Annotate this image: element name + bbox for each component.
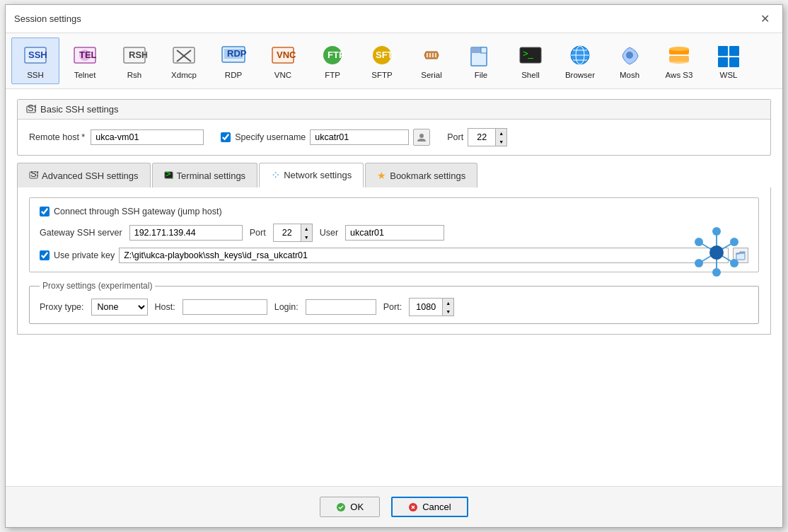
remote-host-input[interactable] [91,129,204,145]
cancel-icon [408,502,418,512]
terminal-tab-icon: >_ [164,171,173,180]
rsh-label: Rsh [127,71,141,79]
port-down-button[interactable]: ▼ [495,137,506,146]
toolbar-item-awss3[interactable]: Aws S3 [655,37,703,84]
svg-rect-27 [481,47,487,53]
toolbar-item-rdp[interactable]: RDP RDP [209,37,257,84]
toolbar-item-telnet[interactable]: TEL Telnet [61,37,109,84]
proxy-port-spin: ▲ ▼ [409,298,454,316]
serial-label: Serial [421,71,441,79]
tab-network[interactable]: ⁘ Network settings [259,163,364,187]
proxy-type-select[interactable]: None HTTP SOCKS4 SOCKS5 [91,299,148,316]
ok-button[interactable]: OK [320,497,380,517]
gateway-user-input[interactable] [345,225,444,241]
proxy-login-input[interactable] [306,299,376,315]
gateway-user-label: User [320,228,338,238]
remote-host-label: Remote host * [29,132,85,142]
toolbar-item-xdmcp[interactable]: Xdmcp [160,37,208,84]
svg-point-64 [709,245,724,260]
proxy-type-label: Proxy type: [40,302,84,312]
rdp-icon: RDP [219,42,248,69]
gateway-port-spin: ▲ ▼ [273,224,313,242]
gateway-port-down-button[interactable]: ▼ [301,233,312,241]
proxy-host-input[interactable] [182,299,267,315]
session-settings-dialog: Session settings ✕ SSH SSH TEL [5,4,783,528]
username-input[interactable] [310,129,409,145]
toolbar-item-serial[interactable]: Serial [407,37,456,84]
close-button[interactable]: ✕ [756,11,774,27]
network-visual [688,224,745,283]
ssh-label: SSH [27,71,44,79]
proxy-port-input[interactable] [410,299,442,316]
svg-rect-42 [718,57,728,67]
svg-point-35 [626,52,633,59]
tab-terminal[interactable]: >_ Terminal settings [152,163,258,187]
basic-ssh-title: SSH Basic SSH settings [18,100,770,120]
specify-username-checkbox[interactable] [221,132,231,142]
svg-rect-41 [729,46,739,56]
proxy-login-label: Login: [274,302,299,312]
private-key-checkbox[interactable] [40,250,50,260]
svg-text:VNC: VNC [277,50,296,60]
port-up-button[interactable]: ▲ [495,129,506,137]
username-browse-button[interactable] [413,129,430,146]
rsh-icon: RSH [120,42,149,69]
sftp-label: SFTP [371,71,392,79]
ftp-label: FTP [325,71,340,79]
tab-bookmark[interactable]: ★ Bookmark settings [365,163,477,187]
wsl-icon [714,42,743,69]
proxy-container: Proxy settings (experimental) Proxy type… [29,281,759,324]
toolbar-item-sftp[interactable]: SFTP SFTP [358,37,406,84]
svg-point-62 [695,259,703,267]
bookmark-tab-icon: ★ [377,170,386,181]
svg-text:>_: >_ [166,171,173,179]
port-spin-buttons: ▲ ▼ [495,129,506,146]
private-key-label: Use private key [54,250,115,260]
svg-point-59 [730,238,738,246]
file-label: File [475,71,488,79]
cancel-button[interactable]: Cancel [391,497,468,517]
main-content: SSH Basic SSH settings Remote host * Spe… [6,89,782,486]
toolbar-item-wsl[interactable]: WSL [705,37,753,84]
toolbar-item-browser[interactable]: Browser [556,37,604,84]
file-icon [467,42,495,69]
vnc-label: VNC [274,71,291,79]
gateway-port-input[interactable] [274,224,301,241]
gateway-checkbox[interactable] [40,207,50,216]
private-key-input[interactable] [119,248,729,263]
toolbar-item-file[interactable]: File [457,37,505,84]
gateway-port-up-button[interactable]: ▲ [301,224,312,233]
title-bar: Session settings ✕ [6,5,782,33]
serial-icon [417,42,446,69]
browser-icon [566,42,594,69]
network-tab-icon: ⁘ [271,168,280,182]
toolbar-item-ftp[interactable]: FTP FTP [308,37,357,84]
toolbar-item-mosh[interactable]: Mosh [606,37,654,84]
xdmcp-label: Xdmcp [171,71,197,79]
tab-advanced-ssh[interactable]: SSH Advanced SSH settings [17,163,151,187]
svg-text:TEL: TEL [79,50,97,60]
shell-label: Shell [521,71,540,79]
toolbar-item-vnc[interactable]: VNC VNC [259,37,307,84]
proxy-port-down-button[interactable]: ▼ [442,307,453,316]
svg-point-58 [712,227,721,236]
port-input[interactable] [468,129,495,146]
basic-ssh-fields: Remote host * Specify username Port [29,128,759,146]
awss3-icon [665,42,693,69]
gateway-server-input[interactable] [129,225,243,241]
svg-point-38 [669,47,689,51]
toolbar-item-shell[interactable]: >_ Shell [506,37,555,84]
advanced-ssh-tab-icon: SSH [29,171,38,180]
toolbar-item-ssh[interactable]: SSH SSH [11,37,59,84]
gateway-checkbox-row: Connect through SSH gateway (jump host) [40,207,748,216]
toolbar-item-rsh[interactable]: RSH Rsh [110,37,158,84]
specify-username-label: Specify username [235,132,306,142]
ok-icon [336,502,346,512]
gateway-server-label: Gateway SSH server [40,228,122,238]
telnet-icon: TEL [71,42,99,69]
svg-point-46 [419,134,424,138]
basic-ssh-section: SSH Basic SSH settings Remote host * Spe… [17,99,771,156]
proxy-port-up-button[interactable]: ▲ [442,299,453,307]
mosh-icon [615,42,644,69]
settings-tabs: SSH Advanced SSH settings >_ Terminal se… [17,163,771,187]
